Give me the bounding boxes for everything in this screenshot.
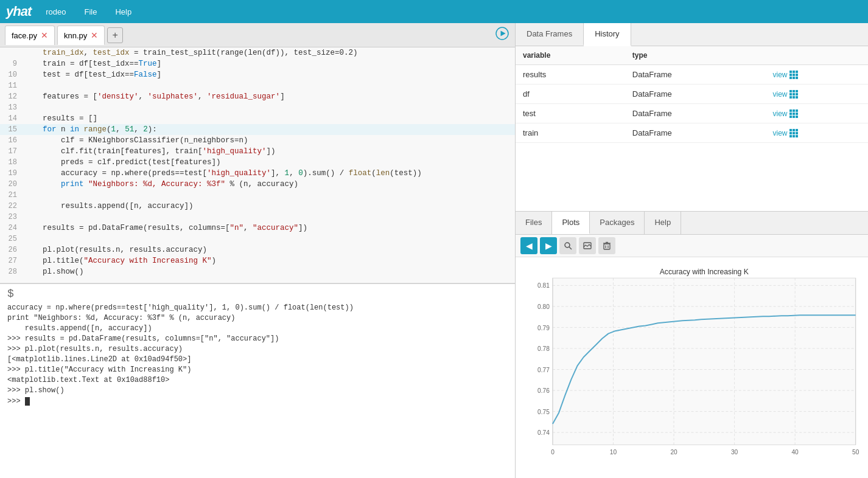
plot-delete-button[interactable] — [598, 237, 615, 254]
view-link[interactable]: view — [773, 129, 861, 137]
tab-history[interactable]: History — [584, 23, 631, 46]
run-icon — [495, 27, 509, 40]
grid-icon — [789, 109, 798, 118]
terminal-line: >>> pl.plot(results.n, results.accuracy) — [7, 344, 508, 355]
code-editor[interactable]: train_idx, test_idx = train_test_split(r… — [0, 47, 515, 283]
top-right-tabs: Data Frames History — [516, 23, 868, 46]
plot-back-button[interactable]: ◀ — [520, 237, 537, 254]
svg-text:0.78: 0.78 — [537, 345, 550, 352]
svg-text:0: 0 — [551, 449, 555, 455]
grid-icon — [789, 129, 798, 137]
code-line: 12 features = ['density', 'sulphates', '… — [0, 91, 515, 102]
terminal-line: accuracy = np.where(preds==test['high_qu… — [7, 303, 508, 313]
brand-logo: yhat — [6, 4, 31, 19]
code-line: 24 results = pd.DataFrame(results, colum… — [0, 223, 515, 234]
svg-point-2 — [565, 243, 570, 248]
terminal-prompt: >>> — [7, 397, 25, 406]
bottom-tabs: Files Plots Packages Help — [516, 212, 868, 235]
col-type: type — [625, 46, 766, 65]
accuracy-chart: Accuracy with Increasing K — [516, 257, 868, 478]
svg-text:10: 10 — [610, 449, 617, 455]
run-button[interactable] — [495, 27, 509, 44]
tab-plots[interactable]: Plots — [552, 212, 590, 234]
svg-rect-5 — [604, 244, 610, 249]
grid-icon — [789, 71, 798, 79]
cell-action[interactable]: view — [766, 65, 869, 85]
svg-text:30: 30 — [731, 449, 738, 455]
image-icon — [583, 241, 592, 250]
svg-text:20: 20 — [670, 449, 677, 455]
code-line: 23 — [0, 212, 515, 223]
svg-rect-10 — [553, 278, 856, 445]
plot-image-button[interactable] — [579, 237, 596, 254]
menu-file[interactable]: File — [81, 5, 101, 19]
terminal-line: [<matplotlib.lines.Line2D at 0x10ad94f50… — [7, 355, 508, 365]
cell-action[interactable]: view — [766, 104, 869, 123]
tab-face-py[interactable]: face.py ✕ — [5, 26, 55, 45]
svg-text:0.75: 0.75 — [537, 409, 550, 415]
zoom-icon — [564, 241, 572, 250]
svg-line-3 — [569, 247, 572, 249]
cell-type: DataFrame — [625, 123, 766, 143]
plot-zoom-button[interactable] — [559, 237, 576, 254]
terminal-line: <matplotlib.text.Text at 0x10ad88f10> — [7, 375, 508, 386]
tab-knn-py-close[interactable]: ✕ — [91, 31, 98, 40]
col-action — [766, 46, 869, 65]
code-line: 25 — [0, 234, 515, 244]
menu-help[interactable]: Help — [111, 5, 135, 19]
tab-data-frames[interactable]: Data Frames — [516, 23, 584, 46]
terminal-cursor — [25, 397, 30, 406]
tab-help[interactable]: Help — [645, 212, 681, 234]
code-line: 9 train = df[test_idx==True] — [0, 58, 515, 69]
svg-text:0.79: 0.79 — [537, 325, 550, 331]
svg-text:0.81: 0.81 — [537, 282, 550, 289]
right-panel: Data Frames History variable type result… — [515, 23, 868, 478]
cell-type: DataFrame — [625, 65, 766, 85]
table-row: dfDataFrameview — [516, 85, 868, 104]
code-line: 15 for n in range(1, 51, 2): — [0, 124, 515, 135]
code-line: 19 accuracy = np.where(preds==test['high… — [0, 168, 515, 179]
view-link[interactable]: view — [773, 71, 861, 79]
terminal-input-line[interactable]: >>> — [7, 397, 508, 406]
terminal-line: >>> results = pd.DataFrame(results, colu… — [7, 334, 508, 344]
tab-files[interactable]: Files — [516, 212, 552, 234]
svg-text:40: 40 — [791, 449, 799, 455]
plot-forward-button[interactable]: ▶ — [540, 237, 557, 254]
terminal-line: >>> pl.show() — [7, 386, 508, 396]
cell-variable: test — [516, 104, 625, 123]
svg-text:0.77: 0.77 — [537, 367, 550, 373]
tab-bar: face.py ✕ knn.py ✕ + — [0, 23, 515, 47]
code-line: 21 — [0, 190, 515, 201]
tab-packages[interactable]: Packages — [590, 212, 645, 234]
cell-action[interactable]: view — [766, 85, 869, 104]
tab-add-button[interactable]: + — [107, 27, 123, 43]
cell-type: DataFrame — [625, 104, 766, 123]
col-variable: variable — [516, 46, 625, 65]
view-link[interactable]: view — [773, 90, 861, 99]
cell-action[interactable]: view — [766, 123, 869, 143]
code-line: 16 clf = KNeighborsClassifier(n_neighbor… — [0, 135, 515, 146]
svg-text:Accuracy with Increasing K: Accuracy with Increasing K — [660, 268, 749, 276]
terminal-prompt-icon: $ — [7, 289, 508, 299]
code-line: 10 test = df[test_idx==False] — [0, 69, 515, 80]
view-link[interactable]: view — [773, 109, 861, 118]
code-line: 11 — [0, 80, 515, 91]
tab-knn-py-label: knn.py — [64, 31, 87, 40]
cell-variable: df — [516, 85, 625, 104]
cell-variable: results — [516, 65, 625, 85]
code-line: 20 print "Neighbors: %d, Accuracy: %3f" … — [0, 179, 515, 190]
cell-variable: train — [516, 123, 625, 143]
tab-knn-py[interactable]: knn.py ✕ — [57, 26, 105, 45]
code-line: train_idx, test_idx = train_test_split(r… — [0, 47, 515, 58]
code-line: 13 — [0, 102, 515, 113]
terminal-line: >>> pl.title("Accuracy with Increasing K… — [7, 365, 508, 375]
code-line: 17 clf.fit(train[features], train['high_… — [0, 146, 515, 157]
cell-type: DataFrame — [625, 85, 766, 104]
tab-face-py-close[interactable]: ✕ — [41, 31, 48, 40]
terminal-line: results.append([n, accuracy]) — [7, 324, 508, 334]
tab-face-py-label: face.py — [12, 31, 37, 40]
code-line: 26 pl.plot(results.n, results.accuracy) — [0, 244, 515, 255]
terminal[interactable]: $ accuracy = np.where(preds==test['high_… — [0, 283, 515, 478]
menu-rodeo[interactable]: rodeo — [42, 5, 69, 19]
code-line: 28 pl.show() — [0, 266, 515, 277]
